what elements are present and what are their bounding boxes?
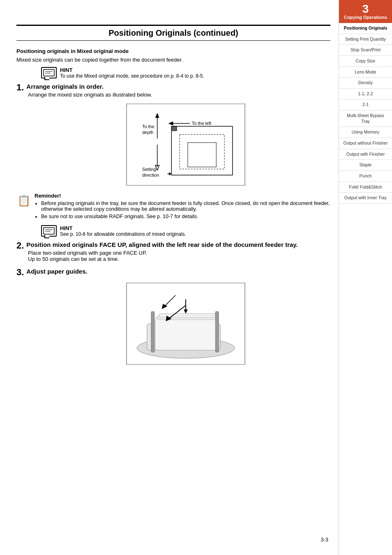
svg-text:To the: To the — [142, 124, 154, 129]
sidebar-item-lens-mode[interactable]: Lens Mode — [339, 67, 392, 78]
hint1-text: To use the Mixed original mode, see proc… — [60, 73, 204, 79]
page-title-bar: Positioning Originals (continued) — [16, 25, 330, 41]
svg-text:Setting: Setting — [142, 167, 156, 172]
step3-svg — [126, 283, 245, 365]
sidebar-item-output-with-finisher[interactable]: Output with Finisher — [339, 149, 392, 160]
sidebar-nav: Positioning OriginalsSetting Print Quant… — [339, 23, 392, 204]
hint2-label: HINT — [60, 225, 72, 231]
reminder-title: Reminder! — [35, 193, 61, 199]
step1-svg: To the depth To the left ▩ — [126, 104, 245, 186]
step2: 2. Position mixed originals FACE UP, ali… — [16, 241, 330, 262]
chapter-tab: 3 Copying Operations — [339, 0, 392, 23]
svg-text:direction: direction — [142, 173, 159, 177]
step3: 3. Adjust paper guides. — [16, 268, 330, 277]
hint2-text: See p. 10-8 for allowable combinations o… — [60, 231, 186, 237]
svg-rect-22 — [44, 228, 54, 234]
svg-rect-32 — [215, 311, 219, 352]
step2-title: Position mixed originals FACE UP, aligne… — [16, 241, 330, 248]
svg-text:📋: 📋 — [17, 194, 31, 207]
reminder-list: Before placing originals in the tray, be… — [35, 200, 330, 219]
chapter-label: Copying Operations — [344, 15, 387, 20]
step1-title: Arrange originals in order. — [16, 83, 330, 90]
step1: 1. Arrange originals in order. Arrange t… — [16, 83, 330, 98]
sidebar-item-positioning-originals[interactable]: Positioning Originals — [339, 23, 392, 34]
sidebar-item-output-without-finisher[interactable]: Output without Finisher — [339, 138, 392, 149]
reminder-box: 📋 Reminder! Before placing originals in … — [16, 193, 330, 221]
hint1-content: HINT To use the Mixed original mode, see… — [60, 67, 204, 79]
chapter-number: 3 — [341, 3, 390, 15]
sidebar: 3 Copying Operations Positioning Origina… — [339, 0, 392, 555]
step3-number: 3. — [16, 268, 24, 277]
svg-rect-31 — [151, 311, 154, 352]
sidebar-item-stop-scan-print[interactable]: Stop Scan/Print — [339, 45, 392, 56]
sidebar-item-setting-print-quantity[interactable]: Setting Print Quantity — [339, 34, 392, 45]
page-number: 3-3 — [321, 537, 328, 543]
sidebar-item-output-with-inner-tray[interactable]: Output with Inner Tray — [339, 193, 392, 204]
section-heading: Positioning originals in Mixed original … — [16, 48, 330, 54]
sidebar-item-punch[interactable]: Punch — [339, 171, 392, 182]
svg-rect-28 — [155, 318, 217, 350]
sidebar-item-density[interactable]: Density — [339, 78, 392, 89]
reminder-item-1: Before placing originals in the tray, be… — [41, 200, 330, 212]
sidebar-item-1-1-2-2[interactable]: 1-1, 2-2 — [339, 89, 392, 100]
hint2-icon — [41, 225, 57, 237]
reminder-item-2: Be sure not to use unsuitable RADF origi… — [41, 214, 330, 219]
reminder-icon: 📋 — [16, 193, 31, 210]
sidebar-item-2-1[interactable]: 2-1 — [339, 99, 392, 111]
step3-title: Adjust paper guides. — [16, 268, 330, 275]
hint1-box: HINT To use the Mixed original mode, see… — [41, 67, 306, 79]
sidebar-item-staple[interactable]: Staple — [339, 160, 392, 171]
svg-text:▩: ▩ — [171, 124, 178, 131]
step2-body1: Place two-sided originals with page one … — [28, 250, 330, 256]
step1-diagram: To the depth To the left ▩ — [41, 104, 330, 187]
step2-number: 2. — [16, 241, 24, 250]
hint2-box: HINT See p. 10-8 for allowable combinati… — [41, 225, 306, 237]
svg-text:depth: depth — [142, 130, 153, 135]
hint1-label: HINT — [60, 67, 72, 73]
step2-body2: Up to 50 originals can be set at a time. — [28, 256, 330, 262]
sidebar-item-multi-sheet-bypass-tray[interactable]: Multi-Sheet Bypass Tray — [339, 111, 392, 127]
reminder-content: Reminder! Before placing originals in th… — [35, 193, 330, 221]
step3-diagram — [41, 283, 330, 366]
sidebar-item-copy-size[interactable]: Copy Size — [339, 56, 392, 67]
svg-text:To the left: To the left — [192, 121, 211, 126]
main-content: Positioning Originals (continued) Positi… — [16, 25, 330, 396]
page-title: Positioning Originals (continued) — [16, 28, 330, 38]
hint1-icon — [41, 67, 57, 78]
svg-rect-0 — [44, 69, 54, 76]
sidebar-item-fold-fold-stitch[interactable]: Fold/ Fold&Stitch — [339, 182, 392, 193]
step1-number: 1. — [16, 83, 24, 92]
step1-body: Arrange the mixed size originals as illu… — [28, 92, 330, 98]
intro-text: Mixed size originals can be copied toget… — [16, 57, 330, 63]
sidebar-item-using-memory[interactable]: Using Memory — [339, 127, 392, 138]
hint2-content: HINT See p. 10-8 for allowable combinati… — [60, 225, 186, 237]
